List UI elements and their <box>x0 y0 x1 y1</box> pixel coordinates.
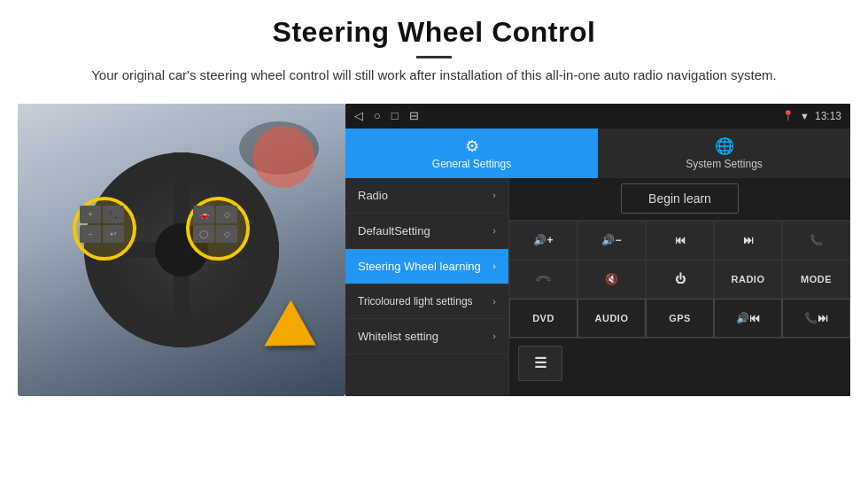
vol-up-icon: 🔊+ <box>533 234 553 246</box>
btn-call-answer[interactable]: 📞 <box>782 221 850 260</box>
menu-item-radio[interactable]: Radio › <box>345 178 508 214</box>
gps-label: GPS <box>669 313 691 323</box>
menu-item-default-setting[interactable]: DefaultSetting › <box>345 214 508 249</box>
btn-call-end[interactable]: 📞 <box>509 260 577 299</box>
call-next-icon: 📞⏭ <box>804 312 828 324</box>
menu-label-default: DefaultSetting <box>358 224 430 238</box>
btn-vol-prev[interactable]: 🔊⏮ <box>714 299 782 338</box>
status-bar: ◁ ○ □ ⊟ 📍 ▼ 13:13 <box>345 104 850 129</box>
chevron-right-icon: › <box>492 261 496 271</box>
android-screen: ◁ ○ □ ⊟ 📍 ▼ 13:13 ⚙ General Settings 🌐 S… <box>345 104 850 396</box>
menu-label-radio: Radio <box>358 189 388 202</box>
menu-item-steering-wheel[interactable]: Steering Wheel learning › <box>345 249 508 284</box>
chevron-right-icon: › <box>492 190 496 200</box>
menu-item-whitelist[interactable]: Whitelist setting › <box>345 319 508 354</box>
btn-dvd[interactable]: DVD <box>509 299 577 338</box>
chevron-right-icon: › <box>492 296 496 307</box>
arrow-indicator <box>275 308 319 361</box>
mute-icon: 🔇 <box>605 273 618 285</box>
btn-gps[interactable]: GPS <box>646 299 714 338</box>
phone-answer-icon: 📞 <box>810 234 823 246</box>
status-bar-right: 📍 ▼ 13:13 <box>782 110 841 122</box>
btn-vol-down[interactable]: 🔊− <box>577 221 646 260</box>
audio-label: AUDIO <box>595 313 629 323</box>
settings-gear-icon: ⚙ <box>465 136 479 156</box>
radio-label: RADIO <box>732 274 765 284</box>
main-content: + 📞 − ↩ 🚗 ◇ ◯ ◇ ◁ ○ □ ⊟ <box>0 95 868 405</box>
btn-mode[interactable]: MODE <box>782 260 850 299</box>
prev-track-icon: ⏮ <box>675 234 686 246</box>
chevron-right-icon: › <box>492 225 496 236</box>
whitelist-icon-row: ☰ <box>509 338 850 388</box>
menu-item-tricoloured[interactable]: Tricoloured light settings › <box>345 284 508 319</box>
power-icon: ⏻ <box>675 273 686 285</box>
header-divider <box>416 56 452 58</box>
tab-bar: ⚙ General Settings 🌐 System Settings <box>345 129 850 178</box>
mode-label: MODE <box>801 274 832 284</box>
home-icon[interactable]: ○ <box>374 109 381 122</box>
begin-learn-button[interactable]: Begin learn <box>621 183 739 214</box>
button-grid-row3: DVD AUDIO GPS 🔊⏮ 📞⏭ <box>509 299 850 338</box>
begin-learn-row: Begin learn <box>509 178 850 221</box>
steering-wheel-image: + 📞 − ↩ 🚗 ◇ ◯ ◇ <box>18 104 345 396</box>
btn-vol-up[interactable]: 🔊+ <box>509 221 577 260</box>
tab-system-label: System Settings <box>686 158 763 170</box>
btn-prev-track[interactable]: ⏮ <box>646 221 714 260</box>
menu-list: Radio › DefaultSetting › Steering Wheel … <box>345 178 509 396</box>
chevron-right-icon: › <box>492 331 496 341</box>
content-area: Radio › DefaultSetting › Steering Wheel … <box>345 178 850 396</box>
list-icon: ☰ <box>534 354 546 371</box>
menu-label-whitelist: Whitelist setting <box>358 330 438 343</box>
right-panel: Begin learn 🔊+ 🔊− ⏮ ⏭ <box>509 178 850 396</box>
btn-audio[interactable]: AUDIO <box>577 299 646 338</box>
tab-system-settings[interactable]: 🌐 System Settings <box>598 129 850 178</box>
whitelist-icon-btn[interactable]: ☰ <box>518 346 562 381</box>
button-grid-row2: 📞 🔇 ⏻ RADIO MODE <box>509 260 850 299</box>
btn-radio[interactable]: RADIO <box>714 260 782 299</box>
menu-label-steering: Steering Wheel learning <box>358 260 481 273</box>
dvd-label: DVD <box>532 313 554 323</box>
btn-call-next[interactable]: 📞⏭ <box>782 299 850 338</box>
btn-mute[interactable]: 🔇 <box>577 260 646 299</box>
recents-icon[interactable]: □ <box>391 109 399 122</box>
next-track-icon: ⏭ <box>743 234 754 246</box>
status-bar-left: ◁ ○ □ ⊟ <box>354 109 419 122</box>
header-subtitle: Your original car's steering wheel contr… <box>71 66 797 86</box>
phone-end-icon: 📞 <box>534 269 553 288</box>
vol-prev-icon: 🔊⏮ <box>736 312 760 324</box>
btn-power[interactable]: ⏻ <box>646 260 714 299</box>
vol-down-icon: 🔊− <box>601 234 621 246</box>
back-icon[interactable]: ◁ <box>354 109 363 122</box>
button-grid-row1: 🔊+ 🔊− ⏮ ⏭ 📞 <box>509 221 850 260</box>
system-globe-icon: 🌐 <box>715 136 734 156</box>
menu-icon[interactable]: ⊟ <box>409 109 419 122</box>
btn-next-track[interactable]: ⏭ <box>714 221 782 260</box>
tab-general-settings[interactable]: ⚙ General Settings <box>345 129 598 178</box>
page-header: Steering Wheel Control Your original car… <box>0 0 868 95</box>
time-display: 13:13 <box>815 110 841 122</box>
wifi-icon: ▼ <box>800 111 810 121</box>
menu-label-tricoloured: Tricoloured light settings <box>358 295 473 308</box>
location-icon: 📍 <box>782 110 794 121</box>
tab-general-label: General Settings <box>432 158 511 170</box>
page-title: Steering Wheel Control <box>53 16 815 49</box>
